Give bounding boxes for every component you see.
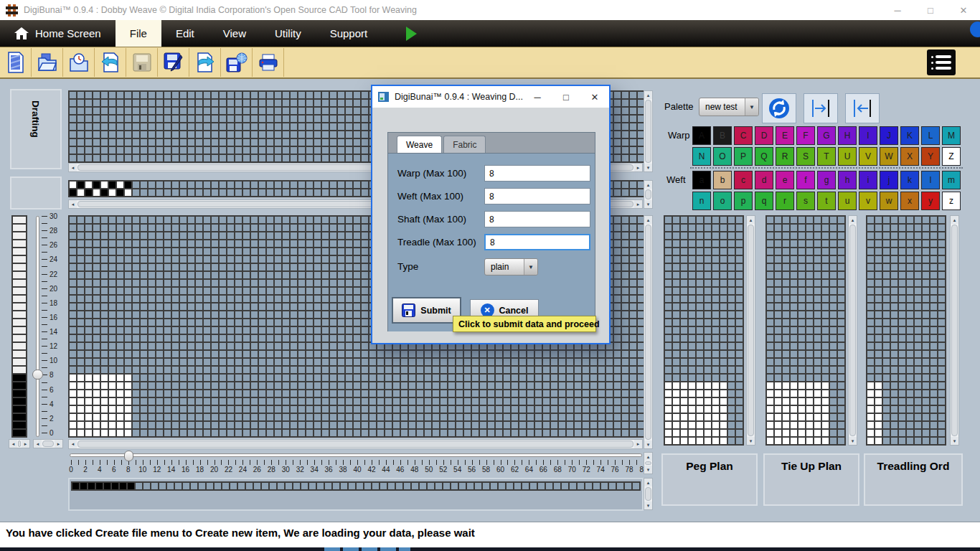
grid-cell[interactable] <box>212 303 218 310</box>
grid-cell[interactable] <box>291 288 297 294</box>
grid-cell[interactable] <box>291 390 297 397</box>
grid-cell[interactable] <box>720 343 727 349</box>
new-file-button[interactable] <box>0 48 32 77</box>
grid-cell[interactable] <box>930 351 937 357</box>
grid-cell[interactable] <box>330 100 336 106</box>
grid-cell[interactable] <box>309 483 316 489</box>
grid-cell[interactable] <box>614 319 621 326</box>
scroll-left-arrow[interactable]: ◂ <box>34 440 42 448</box>
grid-cell[interactable] <box>330 375 336 381</box>
grid-cell[interactable] <box>346 335 352 342</box>
grid-cell[interactable] <box>204 240 210 247</box>
grid-cell[interactable] <box>369 422 376 428</box>
grid-cell[interactable] <box>838 264 844 270</box>
grid-cell[interactable] <box>180 398 187 405</box>
tab-fabric[interactable]: Fabric <box>443 136 486 153</box>
grid-cell[interactable] <box>346 343 352 349</box>
grid-cell[interactable] <box>622 343 628 349</box>
grid-cell[interactable] <box>109 422 116 428</box>
grid-cell[interactable] <box>543 414 550 420</box>
grid-cell[interactable] <box>527 422 534 428</box>
grid-cell[interactable] <box>338 327 344 334</box>
grid-cell[interactable] <box>330 319 336 326</box>
grid-cell[interactable] <box>915 406 921 413</box>
grid-cell[interactable] <box>867 430 874 436</box>
grid-cell[interactable] <box>267 248 273 255</box>
grid-cell[interactable] <box>783 256 789 263</box>
grid-cell[interactable] <box>141 288 147 294</box>
grid-cell[interactable] <box>220 406 226 413</box>
grid-cell[interactable] <box>188 92 194 98</box>
grid-cell[interactable] <box>164 264 171 270</box>
grid-cell[interactable] <box>133 108 139 114</box>
grid-cell[interactable] <box>212 147 218 154</box>
grid-cell[interactable] <box>923 422 929 428</box>
grid-cell[interactable] <box>267 139 273 146</box>
grid-cell[interactable] <box>251 359 258 365</box>
grid-cell[interactable] <box>806 398 813 405</box>
grid-cell[interactable] <box>338 382 344 389</box>
grid-cell[interactable] <box>212 139 218 146</box>
grid-cell[interactable] <box>697 390 703 397</box>
grid-cell[interactable] <box>705 248 711 255</box>
grid-cell[interactable] <box>85 123 92 130</box>
grid-cell[interactable] <box>196 280 202 286</box>
grid-cell[interactable] <box>141 406 147 413</box>
save-as-button[interactable] <box>158 48 189 77</box>
grid-cell[interactable] <box>259 189 265 196</box>
grid-cell[interactable] <box>614 335 621 342</box>
grid-cell[interactable] <box>291 359 297 365</box>
grid-cell[interactable] <box>705 225 711 231</box>
grid-cell[interactable] <box>891 256 897 263</box>
submit-button[interactable]: Submit <box>392 297 461 324</box>
grid-cell[interactable] <box>243 382 250 389</box>
grid-cell[interactable] <box>535 367 542 373</box>
grid-cell[interactable] <box>767 375 773 381</box>
grid-cell[interactable] <box>891 264 897 270</box>
grid-cell[interactable] <box>259 367 265 373</box>
grid-cell[interactable] <box>267 422 273 428</box>
grid-cell[interactable] <box>362 406 368 413</box>
grid-cell[interactable] <box>614 232 621 239</box>
grid-cell[interactable] <box>915 303 921 310</box>
grid-cell[interactable] <box>665 225 672 231</box>
grid-cell[interactable] <box>938 327 945 334</box>
grid-cell[interactable] <box>488 375 494 381</box>
grid-cell[interactable] <box>291 232 297 239</box>
grid-cell[interactable] <box>298 311 305 318</box>
grid-cell[interactable] <box>306 123 313 130</box>
grid-cell[interactable] <box>720 225 727 231</box>
grid-cell[interactable] <box>496 351 502 357</box>
grid-cell[interactable] <box>783 359 789 365</box>
grid-cell[interactable] <box>306 232 313 239</box>
grid-cell[interactable] <box>117 248 123 255</box>
grid-cell[interactable] <box>188 225 194 231</box>
grid-cell[interactable] <box>409 422 415 428</box>
grid-cell[interactable] <box>235 319 242 326</box>
grid-cell[interactable] <box>559 382 565 389</box>
grid-cell[interactable] <box>512 359 518 365</box>
grid-cell[interactable] <box>243 319 250 326</box>
grid-cell[interactable] <box>235 398 242 405</box>
grid-cell[interactable] <box>538 483 545 489</box>
grid-cell[interactable] <box>117 327 123 334</box>
grid-cell[interactable] <box>712 414 719 420</box>
grid-cell[interactable] <box>251 327 258 334</box>
grid-cell[interactable] <box>697 303 703 310</box>
grid-cell[interactable] <box>243 375 250 381</box>
grid-cell[interactable] <box>70 303 76 310</box>
grid-cell[interactable] <box>188 232 194 239</box>
grid-cell[interactable] <box>930 256 937 263</box>
grid-cell[interactable] <box>149 319 155 326</box>
grid-cell[interactable] <box>617 483 623 489</box>
grid-cell[interactable] <box>322 123 329 130</box>
grid-cell[interactable] <box>156 382 163 389</box>
grid-cell[interactable] <box>85 398 92 405</box>
grid-cell[interactable] <box>199 483 205 489</box>
grid-cell[interactable] <box>141 155 147 161</box>
grid-cell[interactable] <box>212 367 218 373</box>
grid-cell[interactable] <box>456 398 463 405</box>
grid-cell[interactable] <box>149 414 155 420</box>
grid-cell[interactable] <box>322 422 329 428</box>
grid-cell[interactable] <box>204 398 210 405</box>
